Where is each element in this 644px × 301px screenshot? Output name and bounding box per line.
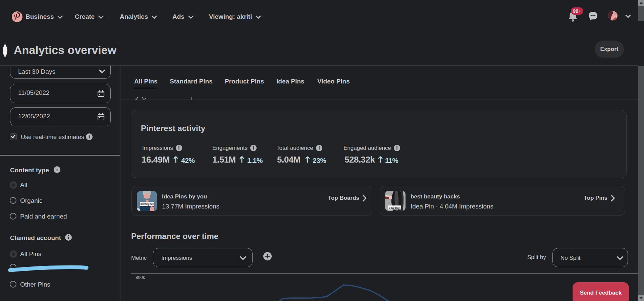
svg-text:In Just 3 Days: In Just 3 Days [389,206,400,209]
svg-text:Most Easy Pack: Most Easy Pack [141,202,154,206]
